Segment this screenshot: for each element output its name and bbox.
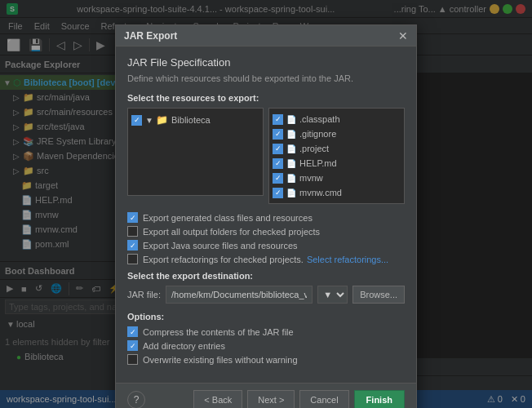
- export-cb-label-2: Export all output folders for checked pr…: [143, 227, 320, 237]
- file-item-classpath[interactable]: 📄 .classpath: [273, 112, 401, 126]
- file-label-mvnw: mvnw: [299, 173, 323, 183]
- file-checkbox-helpmd[interactable]: [273, 158, 283, 169]
- file-checkbox-project[interactable]: [273, 144, 283, 154]
- option-row-1: Compress the contents of the JAR file: [127, 326, 405, 337]
- export-cb-4[interactable]: [127, 254, 138, 264]
- select-resources-label: Select the resources to export:: [127, 93, 405, 103]
- file-label-gitignore: .gitignore: [299, 129, 336, 139]
- file-list: 📄 .classpath 📄 .gitignore 📄 .project: [268, 108, 405, 204]
- file-checkbox-gitignore[interactable]: [273, 129, 283, 140]
- option-label-2: Add directory entries: [143, 341, 225, 351]
- dialog-footer: ? < Back Next > Cancel Finish: [116, 383, 416, 408]
- help-button[interactable]: ?: [127, 391, 145, 408]
- dest-section: Select the export destination: JAR file:…: [127, 271, 405, 304]
- option-label-3: Overwrite existing files without warning: [143, 355, 298, 365]
- dialog-section-title: JAR File Specification: [127, 56, 405, 69]
- file-label-classpath: .classpath: [299, 114, 340, 124]
- jar-file-dropdown[interactable]: ▼: [317, 286, 348, 304]
- modal-overlay: JAR Export ✕ JAR File Specification Defi…: [0, 0, 532, 408]
- file-icon-mvnwcmd: 📄: [286, 188, 296, 197]
- file-checkbox-classpath[interactable]: [273, 114, 283, 125]
- dialog-body: JAR File Specification Define which reso…: [116, 47, 416, 383]
- dialog-close-button[interactable]: ✕: [398, 29, 408, 42]
- dest-label: Select the export destination:: [127, 271, 405, 281]
- option-cb-3[interactable]: [127, 354, 138, 365]
- option-cb-2[interactable]: [127, 340, 138, 351]
- back-button[interactable]: < Back: [193, 390, 242, 408]
- file-icon-classpath: 📄: [286, 115, 296, 124]
- tree-root-item[interactable]: ▼ 📁 Biblioteca: [131, 112, 259, 128]
- options-section: Options: Compress the contents of the JA…: [127, 312, 405, 365]
- export-cb-row-4: Export refactorings for checked projects…: [127, 254, 405, 264]
- export-cb-row-3: Export Java source files and resources: [127, 240, 405, 251]
- jar-export-dialog: JAR Export ✕ JAR File Specification Defi…: [115, 24, 417, 408]
- finish-button[interactable]: Finish: [354, 390, 405, 408]
- dest-row: JAR file: ▼ Browse...: [127, 286, 405, 304]
- next-button[interactable]: Next >: [247, 390, 295, 408]
- export-cb-1[interactable]: [127, 212, 138, 223]
- dialog-description: Define which resources should be exporte…: [127, 73, 405, 83]
- tree-root-arrow: ▼: [145, 116, 153, 125]
- file-icon-mvnw: 📄: [286, 174, 296, 183]
- dialog-titlebar: JAR Export ✕: [116, 25, 416, 47]
- file-label-project: .project: [299, 144, 329, 153]
- file-item-mvnwcmd[interactable]: 📄 mvnw.cmd: [273, 185, 401, 200]
- options-label: Options:: [127, 312, 405, 322]
- file-item-gitignore[interactable]: 📄 .gitignore: [273, 126, 401, 141]
- tree-root-checkbox[interactable]: [131, 115, 142, 126]
- select-refactorings-link[interactable]: Select refactorings...: [307, 255, 388, 264]
- export-cb-label-4: Export refactorings for checked projects…: [143, 255, 304, 264]
- resources-columns: ▼ 📁 Biblioteca 📄 .classpath 📄 .gitign: [127, 108, 405, 204]
- export-checkboxes: Export generated class files and resourc…: [127, 212, 405, 264]
- file-label-helpmd: HELP.md: [299, 158, 337, 168]
- file-item-mvnw[interactable]: 📄 mvnw: [273, 171, 401, 185]
- file-checkbox-mvnwcmd[interactable]: [273, 188, 283, 198]
- file-item-helpmd[interactable]: 📄 HELP.md: [273, 156, 401, 171]
- tree-root-folder-icon: 📁: [156, 114, 168, 126]
- export-cb-row-2: Export all output folders for checked pr…: [127, 226, 405, 237]
- jar-file-label: JAR file:: [127, 290, 161, 299]
- option-row-3: Overwrite existing files without warning: [127, 354, 405, 365]
- file-label-mvnwcmd: mvnw.cmd: [299, 188, 342, 197]
- file-icon-helpmd: 📄: [286, 159, 296, 168]
- dialog-title: JAR Export: [124, 30, 177, 42]
- file-icon-project: 📄: [286, 144, 296, 153]
- file-icon-gitignore: 📄: [286, 130, 296, 139]
- export-cb-3[interactable]: [127, 240, 138, 251]
- browse-button[interactable]: Browse...: [352, 286, 405, 304]
- tree-root-label: Biblioteca: [171, 115, 211, 125]
- cancel-button[interactable]: Cancel: [299, 390, 348, 408]
- export-cb-row-1: Export generated class files and resourc…: [127, 212, 405, 223]
- export-cb-2[interactable]: [127, 226, 138, 237]
- export-cb-label-1: Export generated class files and resourc…: [143, 213, 313, 223]
- export-cb-label-3: Export Java source files and resources: [143, 241, 298, 251]
- option-label-1: Compress the contents of the JAR file: [143, 327, 294, 337]
- footer-buttons: < Back Next > Cancel Finish: [193, 390, 405, 408]
- option-cb-1[interactable]: [127, 326, 138, 337]
- jar-file-input[interactable]: [166, 286, 313, 304]
- file-item-project[interactable]: 📄 .project: [273, 141, 401, 156]
- file-checkbox-mvnw[interactable]: [273, 173, 283, 184]
- option-row-2: Add directory entries: [127, 340, 405, 351]
- resources-tree: ▼ 📁 Biblioteca: [127, 108, 264, 196]
